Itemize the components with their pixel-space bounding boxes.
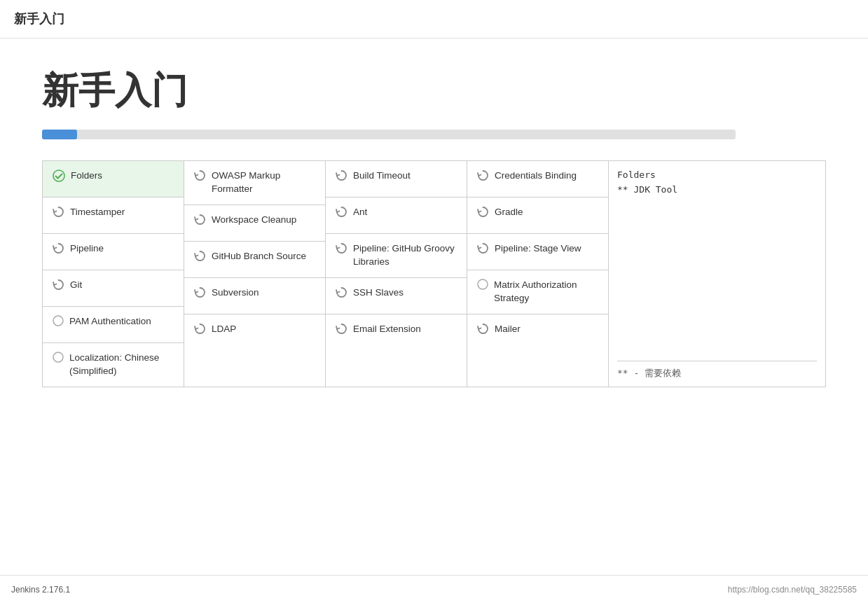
topbar: 新手入门: [0, 0, 868, 39]
plugin-label-ldap: LDAP: [212, 323, 315, 336]
plugin-item-credentials-binding[interactable]: Credentials Binding: [467, 161, 608, 197]
svg-point-3: [478, 279, 488, 289]
plugin-label-git: Git: [70, 279, 174, 292]
plugin-label-folders: Folders: [71, 169, 174, 183]
plugin-label-owasp: OWASP Markup Formatter: [212, 169, 315, 196]
footer: Jenkins 2.176.1 https://blog.csdn.net/qq…: [0, 575, 868, 603]
radio-empty-icon: [53, 352, 64, 365]
plugin-col-col3: Build TimeoutAntPipeline: GitHub Groovy …: [326, 161, 467, 387]
plugin-item-git[interactable]: Git: [43, 270, 184, 307]
footer-url: https://blog.csdn.net/qq_38225585: [728, 585, 857, 595]
refresh-icon: [194, 214, 206, 228]
plugin-label-matrix-auth: Matrix Authorization Strategy: [494, 279, 598, 305]
plugin-item-email-extension[interactable]: Email Extension: [326, 314, 467, 351]
notes-line2: ** JDK Tool: [617, 183, 817, 197]
refresh-icon: [336, 323, 347, 337]
refresh-icon: [53, 279, 64, 293]
refresh-icon: [336, 206, 347, 220]
refresh-icon: [477, 169, 489, 183]
check-icon: [53, 169, 65, 184]
plugin-label-localization: Localization: Chinese (Simplified): [69, 352, 174, 378]
page-heading: 新手入门: [42, 67, 826, 116]
plugin-label-workspace-cleanup: Workspace Cleanup: [212, 214, 315, 227]
refresh-icon: [477, 323, 489, 337]
plugin-item-folders[interactable]: Folders: [43, 161, 184, 197]
plugin-label-gradle: Gradle: [495, 206, 598, 219]
plugin-area: FoldersTimestamperPipelineGitPAM Authent…: [42, 160, 826, 387]
plugin-item-localization[interactable]: Localization: Chinese (Simplified): [43, 343, 184, 387]
plugin-item-github-branch-source[interactable]: GitHub Branch Source: [184, 242, 325, 278]
plugin-label-ssh-slaves: SSH Slaves: [353, 286, 457, 300]
plugin-item-mailer[interactable]: Mailer: [467, 314, 608, 351]
radio-empty-icon: [53, 315, 64, 328]
main-content: 新手入门 FoldersTimestamperPipelineGitPAM Au…: [0, 39, 868, 401]
notes-bottom: ** - 需要依赖: [617, 361, 817, 380]
notes-line1: Folders: [617, 168, 817, 183]
refresh-icon: [477, 242, 489, 256]
svg-point-2: [53, 352, 63, 362]
plugin-label-github-branch-source: GitHub Branch Source: [212, 250, 315, 263]
plugin-item-workspace-cleanup[interactable]: Workspace Cleanup: [184, 205, 325, 242]
refresh-icon: [194, 323, 206, 337]
plugin-label-pipeline-github-groovy: Pipeline: GitHub Groovy Libraries: [353, 242, 457, 269]
refresh-icon: [194, 286, 206, 300]
plugin-label-pipeline-stage-view: Pipeline: Stage View: [495, 242, 598, 256]
refresh-icon: [194, 250, 206, 264]
plugin-item-build-timeout[interactable]: Build Timeout: [326, 161, 467, 197]
plugin-item-gradle[interactable]: Gradle: [467, 197, 608, 234]
notes-panel: Folders ** JDK Tool ** - 需要依赖: [609, 161, 826, 387]
plugin-item-subversion[interactable]: Subversion: [184, 278, 325, 314]
plugin-col-col2: OWASP Markup FormatterWorkspace CleanupG…: [184, 161, 326, 387]
refresh-icon: [336, 169, 347, 183]
refresh-icon: [53, 242, 64, 256]
plugin-item-matrix-auth[interactable]: Matrix Authorization Strategy: [467, 270, 608, 314]
plugin-col-col4: Credentials BindingGradlePipeline: Stage…: [467, 161, 609, 387]
plugin-label-subversion: Subversion: [212, 286, 315, 300]
refresh-icon: [336, 286, 347, 300]
plugin-columns: FoldersTimestamperPipelineGitPAM Authent…: [43, 161, 609, 387]
progress-bar-container: [42, 130, 736, 139]
notes-dependency-note: ** - 需要依赖: [617, 368, 681, 378]
plugin-item-ssh-slaves[interactable]: SSH Slaves: [326, 278, 467, 314]
notes-top: Folders ** JDK Tool: [617, 168, 817, 197]
plugin-label-build-timeout: Build Timeout: [353, 169, 457, 183]
plugin-label-pam-auth: PAM Authentication: [69, 315, 174, 328]
svg-point-1: [53, 316, 63, 326]
progress-bar-fill: [42, 130, 77, 139]
plugin-item-ldap[interactable]: LDAP: [184, 314, 325, 351]
plugin-item-pam-auth[interactable]: PAM Authentication: [43, 307, 184, 343]
refresh-icon: [53, 206, 64, 220]
plugin-item-pipeline[interactable]: Pipeline: [43, 234, 184, 270]
plugin-label-credentials-binding: Credentials Binding: [495, 169, 598, 183]
plugin-item-timestamper[interactable]: Timestamper: [43, 197, 184, 234]
plugin-item-pipeline-stage-view[interactable]: Pipeline: Stage View: [467, 234, 608, 270]
radio-empty-icon: [477, 279, 488, 292]
refresh-icon: [336, 242, 347, 256]
refresh-icon: [194, 169, 206, 183]
topbar-title: 新手入门: [14, 11, 64, 27]
plugin-item-ant[interactable]: Ant: [326, 197, 467, 234]
refresh-icon: [477, 206, 489, 220]
svg-point-0: [53, 170, 64, 181]
plugin-label-pipeline: Pipeline: [70, 242, 174, 256]
plugin-label-email-extension: Email Extension: [353, 323, 457, 336]
plugin-col-col1: FoldersTimestamperPipelineGitPAM Authent…: [43, 161, 184, 387]
plugin-label-ant: Ant: [353, 206, 457, 219]
plugin-label-mailer: Mailer: [495, 323, 598, 336]
plugin-item-owasp[interactable]: OWASP Markup Formatter: [184, 161, 325, 205]
plugin-label-timestamper: Timestamper: [70, 206, 174, 219]
footer-version: Jenkins 2.176.1: [11, 585, 70, 595]
plugin-item-pipeline-github-groovy[interactable]: Pipeline: GitHub Groovy Libraries: [326, 234, 467, 278]
